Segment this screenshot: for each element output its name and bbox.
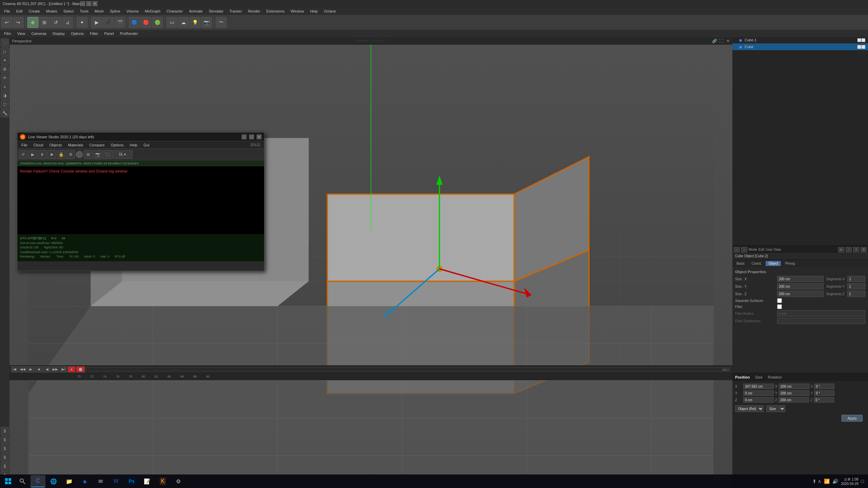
add-obj-btn[interactable]: ✦: [77, 17, 87, 28]
left-tool-2[interactable]: ▷: [1, 47, 9, 56]
tl-next-btn[interactable]: ▶▶: [52, 366, 59, 372]
left-tool-bottom4[interactable]: $: [1, 453, 9, 462]
anim-btn[interactable]: 🟢: [152, 17, 163, 28]
scale-tool-btn[interactable]: ⊞: [39, 17, 50, 28]
octane-menu-help[interactable]: Help: [127, 142, 140, 148]
size-y-input[interactable]: [777, 283, 824, 289]
octane-menu-file[interactable]: File: [19, 142, 30, 148]
oc-settings-btn[interactable]: ⚙: [66, 150, 75, 159]
fillet-checkbox[interactable]: [777, 304, 782, 309]
menu-select[interactable]: Select: [61, 8, 77, 14]
move-tool-btn[interactable]: ⊕: [27, 17, 38, 28]
tree-item-cube1[interactable]: ◼ Cube.1 ⬜⬜: [732, 37, 868, 43]
segments-y-input[interactable]: [847, 283, 865, 289]
mode-film[interactable]: Film: [1, 31, 14, 36]
left-tool-bottom3[interactable]: $: [1, 445, 9, 453]
octane-menu-materials[interactable]: Materials: [65, 142, 86, 148]
oc-pause-btn[interactable]: ⏸: [38, 150, 46, 159]
undo-btn[interactable]: ↩: [1, 17, 12, 28]
octane-menu-options[interactable]: Options: [108, 142, 126, 148]
transform-btn[interactable]: ⊿: [62, 17, 73, 28]
octane-menu-cloud[interactable]: Cloud: [31, 142, 46, 148]
fillet-radius-input[interactable]: [777, 310, 865, 317]
mode-display[interactable]: Display: [50, 31, 67, 36]
rot-z-input[interactable]: [778, 397, 809, 403]
nav-btn4[interactable]: ☰: [861, 247, 867, 252]
oc-lock-btn[interactable]: 🔒: [57, 150, 65, 159]
tl-play-btn[interactable]: ▶: [27, 366, 35, 372]
tree-item-cube[interactable]: ◼ Cube ⬜⬜: [732, 43, 868, 50]
size-z-input[interactable]: [777, 291, 824, 297]
menu-mesh[interactable]: Mesh: [92, 8, 106, 14]
taskbar-ps[interactable]: Ps: [124, 475, 139, 487]
menu-simulate[interactable]: Simulate: [206, 8, 226, 14]
timeline-track[interactable]: 0/0 F: [85, 367, 731, 372]
left-tool-9[interactable]: 🔧: [1, 109, 9, 117]
light-btn[interactable]: 💡: [190, 17, 200, 28]
oc-reset-btn[interactable]: ↺: [19, 150, 27, 159]
taskbar-search[interactable]: [15, 475, 30, 487]
mode-cameras[interactable]: Cameras: [28, 31, 49, 36]
menu-character[interactable]: Character: [164, 8, 185, 14]
rota-y-input[interactable]: [814, 390, 834, 396]
left-tool-bottom2[interactable]: $: [1, 436, 9, 444]
oc-grid-btn[interactable]: ⊞: [84, 150, 93, 159]
left-tool-3[interactable]: ✦: [1, 56, 9, 64]
coord-mode-dropdown[interactable]: Object (Rel) World: [735, 405, 764, 412]
rota-x-input[interactable]: [814, 384, 834, 389]
tl-stop-btn[interactable]: ■: [35, 366, 43, 372]
menu-animate[interactable]: Animate: [186, 8, 205, 14]
menu-tracker[interactable]: Tracker: [227, 8, 245, 14]
tl-auto-btn[interactable]: ⬤: [76, 366, 85, 372]
rot-y-input[interactable]: [779, 390, 809, 396]
octane-maximize-btn[interactable]: □: [249, 135, 254, 139]
left-tool-bottom5[interactable]: $: [1, 462, 9, 470]
menu-volume[interactable]: Volume: [124, 8, 142, 14]
coord-type-dropdown[interactable]: Size Scale: [766, 405, 785, 412]
taskbar-word[interactable]: W: [108, 475, 123, 487]
octane-close-btn[interactable]: ✕: [257, 135, 261, 139]
close-btn[interactable]: ✕: [93, 1, 97, 6]
mode-panel[interactable]: Panel: [102, 31, 117, 36]
octane-viewer[interactable]: O Live Viewer Studio 2020.1 (20 days lef…: [17, 132, 264, 271]
oc-cam-btn[interactable]: 📷: [93, 150, 102, 159]
left-tool-7[interactable]: ◑: [1, 92, 9, 100]
minimize-btn[interactable]: ─: [80, 1, 85, 6]
attr-tab-basic[interactable]: Basic: [734, 261, 747, 266]
tl-prev-btn[interactable]: ◀◀: [19, 366, 26, 372]
obj-btn[interactable]: 🔵: [129, 17, 140, 28]
left-tool-1[interactable]: ⬛: [1, 39, 9, 47]
size-tab[interactable]: Size: [755, 375, 762, 379]
tray-datetime[interactable]: 오후 1:08 2020-04-29: [841, 477, 858, 486]
attr-tab-phong[interactable]: Phong: [782, 261, 797, 266]
octane-menu-objects[interactable]: Objects: [46, 142, 64, 148]
sky-btn[interactable]: ☁: [178, 17, 189, 28]
oc-sphere-btn[interactable]: [76, 151, 83, 158]
render-frame-btn[interactable]: 🎬: [114, 17, 125, 28]
oc-play-btn[interactable]: ▶: [28, 150, 37, 159]
vp-link-btn[interactable]: 🔗: [711, 38, 717, 44]
tray-action-center[interactable]: □: [861, 479, 864, 484]
nav-btn1[interactable]: ⟳: [838, 247, 844, 252]
spline-btn[interactable]: 〜: [216, 17, 226, 28]
menu-tools[interactable]: Tools: [77, 8, 91, 14]
octane-menu-compare[interactable]: Compare: [86, 142, 107, 148]
left-tool-8[interactable]: ⬡: [1, 100, 9, 108]
redo-btn[interactable]: ↪: [13, 17, 24, 28]
nav-back[interactable]: ←: [734, 247, 740, 252]
start-button[interactable]: [1, 475, 15, 487]
mode-view[interactable]: View: [15, 31, 28, 36]
taskbar-kakao[interactable]: K: [155, 475, 170, 487]
nav-up[interactable]: ↑: [741, 247, 747, 252]
mode-prorender[interactable]: ProRender: [117, 31, 141, 36]
rotation-tab[interactable]: Rotation: [768, 375, 782, 379]
vp-expand-btn[interactable]: ⛶: [718, 38, 724, 44]
position-tab[interactable]: Position: [735, 375, 750, 379]
left-tool-5[interactable]: ⟳: [1, 74, 9, 82]
left-tool-4[interactable]: ⊞: [1, 65, 9, 73]
mat-btn[interactable]: 🔴: [140, 17, 151, 28]
taskbar-cinema4d[interactable]: C: [31, 475, 45, 487]
attr-tab-object[interactable]: Object: [766, 261, 781, 266]
pos-y-input[interactable]: [743, 390, 774, 396]
render-region-btn[interactable]: ⬛: [103, 17, 114, 28]
